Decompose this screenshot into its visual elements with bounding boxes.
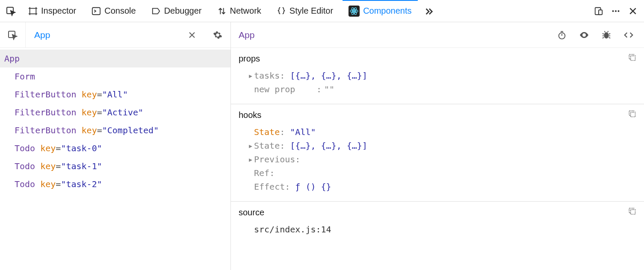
svg-point-14: [604, 32, 609, 38]
prop-row[interactable]: ▸tasks: [{…}, {…}, {…}]: [239, 69, 636, 82]
tab-components-label: Components: [363, 6, 411, 16]
new-prop-value-input[interactable]: [324, 84, 350, 94]
inspect-element-icon[interactable]: [3, 3, 19, 19]
tree-row[interactable]: FilterButton key="Completed": [0, 121, 230, 139]
close-devtools-icon[interactable]: [625, 3, 641, 19]
copy-hooks-icon[interactable]: [628, 109, 636, 118]
tree-row[interactable]: Todo key="task-0": [0, 139, 230, 157]
view-source-icon[interactable]: [621, 27, 636, 43]
tab-console-label: Console: [104, 6, 136, 16]
tree-row[interactable]: FilterButton key="All": [0, 85, 230, 103]
hooks-section-title: hooks: [239, 110, 636, 120]
svg-rect-16: [631, 56, 635, 61]
overflow-tabs-icon[interactable]: [421, 3, 437, 19]
selected-component-title: App: [239, 30, 554, 40]
source-section-title: source: [239, 208, 636, 217]
expand-caret-icon[interactable]: ▸: [247, 141, 254, 151]
tab-inspector[interactable]: Inspector: [22, 2, 82, 20]
svg-point-3: [353, 10, 355, 12]
react-icon: [349, 6, 360, 17]
tree-row[interactable]: Form: [0, 68, 230, 85]
updown-arrows-icon: [217, 6, 227, 16]
svg-rect-8: [599, 10, 602, 15]
expand-caret-icon[interactable]: ▸: [247, 154, 254, 164]
console-icon: [92, 6, 101, 16]
svg-point-9: [612, 10, 614, 12]
suspend-icon[interactable]: [554, 27, 570, 43]
new-prop-key-input[interactable]: [254, 84, 314, 94]
tab-network[interactable]: Network: [211, 2, 267, 20]
tab-style-editor[interactable]: Style Editor: [271, 2, 339, 20]
props-section-title: props: [239, 54, 636, 64]
clear-search-icon[interactable]: [179, 22, 205, 47]
copy-source-icon[interactable]: [628, 207, 636, 215]
tab-console[interactable]: Console: [86, 2, 142, 20]
eye-icon[interactable]: [576, 27, 592, 43]
svg-rect-20: [631, 210, 635, 214]
svg-rect-18: [631, 112, 635, 117]
tree-row[interactable]: App: [0, 50, 230, 68]
component-tree: AppFormFilterButton key="All"FilterButto…: [0, 48, 230, 195]
component-search-input[interactable]: App: [26, 30, 179, 40]
svg-rect-1: [30, 8, 36, 14]
tag-icon: [151, 6, 161, 16]
tree-row[interactable]: FilterButton key="Active": [0, 103, 230, 121]
responsive-mode-icon[interactable]: [591, 3, 606, 19]
tree-row[interactable]: Todo key="task-2": [0, 175, 230, 193]
prop-row[interactable]: ▸Effect: ƒ () {}: [239, 180, 636, 194]
source-location[interactable]: ▸ src/index.js:14: [239, 223, 636, 236]
braces-icon: [277, 6, 286, 16]
prop-row[interactable]: ▸Ref:: [239, 166, 636, 180]
expand-caret-icon[interactable]: ▸: [247, 70, 254, 81]
prop-row[interactable]: ▸State: "All": [239, 125, 636, 139]
svg-point-11: [617, 10, 619, 12]
new-prop-row: :: [239, 82, 636, 96]
tab-inspector-label: Inspector: [41, 6, 76, 16]
settings-icon[interactable]: [205, 22, 230, 47]
tree-row[interactable]: Todo key="task-1": [0, 157, 230, 175]
svg-point-10: [615, 10, 617, 12]
tab-network-label: Network: [230, 6, 261, 16]
prop-row[interactable]: ▸State: [{…}, {…}, {…}]: [239, 139, 636, 153]
prop-row[interactable]: ▸Previous:: [239, 153, 636, 166]
select-element-icon[interactable]: [0, 22, 26, 47]
tab-components[interactable]: Components: [343, 1, 417, 21]
tab-debugger[interactable]: Debugger: [145, 2, 208, 20]
meatballs-icon[interactable]: [608, 3, 623, 19]
tab-debugger-label: Debugger: [164, 6, 202, 16]
copy-props-icon[interactable]: [628, 53, 636, 62]
frame-icon: [28, 6, 38, 16]
tab-style-editor-label: Style Editor: [290, 6, 333, 16]
bug-icon[interactable]: [599, 27, 614, 43]
